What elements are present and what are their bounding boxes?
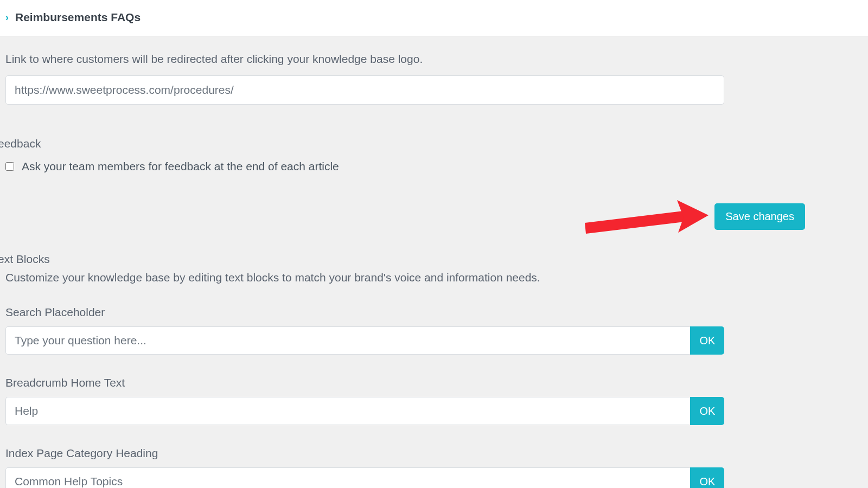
chevron-right-icon: › (5, 12, 9, 22)
logo-link-description: Link to where customers will be redirect… (0, 36, 868, 75)
search-placeholder-label: Search Placeholder (0, 284, 868, 326)
feedback-checkbox-label[interactable]: Ask your team members for feedback at th… (22, 160, 339, 173)
search-placeholder-input[interactable] (5, 326, 690, 355)
page-title: Reimbursements FAQs (15, 11, 141, 24)
feedback-section-label: eedback (0, 105, 868, 157)
feedback-checkbox[interactable] (5, 162, 14, 171)
breadcrumb-home-label: Breadcrumb Home Text (0, 355, 868, 397)
search-placeholder-ok-button[interactable]: OK (690, 326, 724, 355)
save-changes-button[interactable]: Save changes (714, 203, 805, 230)
breadcrumb-home-ok-button[interactable]: OK (690, 397, 724, 425)
logo-link-input[interactable] (5, 75, 724, 105)
breadcrumb-home-input[interactable] (5, 397, 690, 425)
breadcrumb-bar: › Reimbursements FAQs (0, 0, 868, 36)
index-heading-label: Index Page Category Heading (0, 425, 868, 467)
text-blocks-description: Customize your knowledge base by editing… (0, 266, 868, 284)
settings-page: Link to where customers will be redirect… (0, 36, 868, 488)
text-blocks-section-label: ext Blocks (0, 230, 868, 266)
index-heading-ok-button[interactable]: OK (690, 467, 724, 488)
index-heading-input[interactable] (5, 467, 690, 488)
